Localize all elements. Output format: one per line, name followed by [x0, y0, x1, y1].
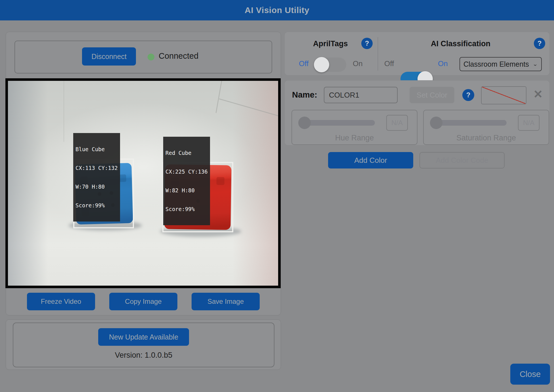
connection-box: Disconnect Connected — [14, 41, 272, 73]
new-update-button[interactable]: New Update Available — [98, 328, 189, 346]
saturation-range-label: Saturation Range — [424, 134, 549, 142]
model-select-dropdown[interactable]: Classroom Elements ⌄ — [459, 57, 542, 71]
detection-score: Score:99% — [75, 202, 118, 208]
ai-classification-off-label: Off — [384, 59, 394, 68]
detection-modes-panel: AprilTags ? Off On AI Classification ? O… — [284, 32, 550, 75]
add-color-code-button[interactable]: Add Color Code — [419, 152, 505, 168]
detection-score: Score:99% — [165, 206, 208, 212]
apriltags-on-label: On — [353, 59, 363, 68]
apriltags-title: AprilTags — [313, 39, 348, 48]
scene-wall-seam — [64, 81, 64, 142]
detection-size: W:82 H:80 — [165, 187, 208, 193]
apriltags-toggle[interactable] — [314, 58, 346, 72]
remove-color-icon[interactable]: ✕ — [533, 88, 543, 100]
blue-cube-detection-label: Blue Cube CX:113 CY:132 W:70 H:80 Score:… — [73, 133, 120, 222]
hue-slider-knob[interactable] — [298, 117, 311, 129]
detection-center: CX:113 CY:132 — [75, 165, 118, 171]
color-name-label: Name: — [292, 90, 317, 100]
toggle-knob — [314, 57, 329, 72]
ai-classification-on-label: On — [438, 59, 448, 68]
hue-slider-track[interactable] — [302, 120, 375, 126]
detection-center: CX:225 CY:136 — [165, 168, 208, 175]
saturation-slider-knob[interactable] — [430, 117, 442, 129]
color-name-input[interactable] — [324, 87, 398, 103]
panel-divider — [378, 37, 378, 71]
copy-image-button[interactable]: Copy Image — [109, 293, 177, 310]
camera-video-frame: Blue Cube CX:113 CY:132 W:70 H:80 Score:… — [5, 78, 281, 288]
connection-status-icon — [148, 54, 154, 60]
ai-vision-utility-window: AI Vision Utility Disconnect Connected — [0, 0, 554, 392]
scene-shading-left — [8, 81, 48, 286]
chevron-down-icon: ⌄ — [533, 61, 538, 67]
page-title: AI Vision Utility — [245, 5, 309, 15]
detection-name: Blue Cube — [75, 146, 118, 152]
hue-value-badge: N/A — [386, 115, 408, 131]
hue-range-label: Hue Range — [292, 134, 417, 142]
apriltags-help-icon[interactable]: ? — [361, 38, 373, 49]
camera-feed: Blue Cube CX:113 CY:132 W:70 H:80 Score:… — [8, 81, 278, 286]
freeze-video-button[interactable]: Freeze Video — [27, 293, 95, 310]
connection-status-text: Connected — [159, 51, 198, 61]
title-bar: AI Vision Utility — [0, 0, 554, 20]
red-cube-detection-label: Red Cube CX:225 CY:136 W:82 H:80 Score:9… — [163, 137, 210, 225]
save-image-button[interactable]: Save Image — [192, 293, 260, 310]
set-color-help-icon[interactable]: ? — [462, 89, 474, 101]
detection-size: W:70 H:80 — [75, 184, 118, 190]
color-swatch — [481, 86, 526, 104]
saturation-slider-track[interactable] — [433, 120, 507, 126]
update-card: New Update Available Version: 1.0.0.b5 — [6, 319, 281, 370]
ai-classification-help-icon[interactable]: ? — [534, 38, 545, 49]
add-color-button[interactable]: Add Color — [328, 152, 413, 168]
update-box: New Update Available Version: 1.0.0.b5 — [13, 323, 274, 367]
set-color-button[interactable]: Set Color — [410, 87, 454, 103]
color-config-panel: Name: Set Color ? ✕ N/A Hue Range N/A Sa… — [284, 80, 550, 146]
model-selected-value: Classroom Elements — [463, 60, 529, 68]
ai-classification-title: AI Classification — [431, 39, 490, 48]
detection-name: Red Cube — [165, 150, 208, 156]
hue-range-group: N/A Hue Range — [291, 110, 417, 145]
disconnect-button[interactable]: Disconnect — [82, 47, 136, 66]
version-text: Version: 1.0.0.b5 — [13, 351, 274, 360]
close-button[interactable]: Close — [510, 364, 550, 385]
saturation-value-badge: N/A — [518, 115, 540, 131]
scene-shading-right — [233, 81, 278, 286]
scene-corner-edge-vertical — [216, 81, 223, 113]
apriltags-off-label: Off — [299, 59, 309, 68]
saturation-range-group: N/A Saturation Range — [423, 110, 549, 145]
